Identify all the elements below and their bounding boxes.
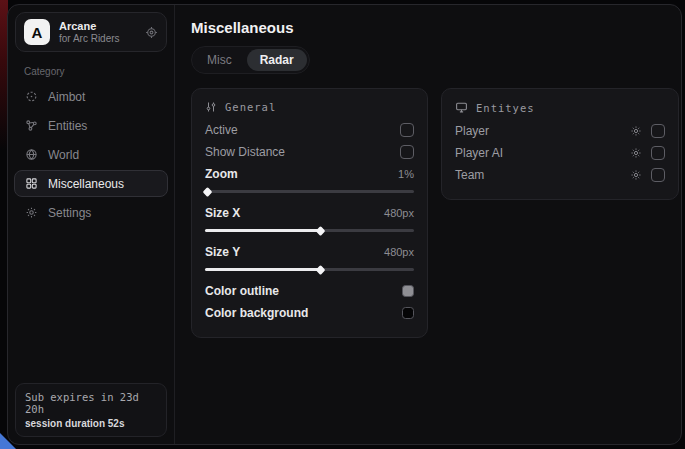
category-label: Category <box>8 56 174 83</box>
size-y-value: 480px <box>384 246 414 258</box>
zoom-slider-fill <box>205 190 207 193</box>
show-distance-row: Show Distance <box>205 141 414 163</box>
player-ai-checkbox[interactable] <box>651 146 665 160</box>
profile-card: A Arcane for Arc Riders <box>15 12 167 52</box>
sidebar-item-world[interactable]: World <box>14 141 168 168</box>
color-outline-label: Color outline <box>205 284 279 298</box>
sliders-icon <box>205 101 217 113</box>
size-y-slider-fill <box>205 268 320 271</box>
player-gear-icon[interactable] <box>630 125 642 137</box>
size-x-slider-thumb[interactable] <box>315 226 325 236</box>
player-ai-label: Player AI <box>455 146 503 160</box>
size-y-slider-thumb[interactable] <box>315 265 325 275</box>
size-y-row: Size Y 480px <box>205 241 414 263</box>
team-gear-icon[interactable] <box>630 169 642 181</box>
player-checkbox[interactable] <box>651 124 665 138</box>
general-panel-title: General <box>225 101 276 113</box>
color-background-row: Color background <box>205 302 414 324</box>
app-window: A Arcane for Arc Riders Category <box>7 4 682 445</box>
zoom-slider[interactable] <box>205 190 414 193</box>
show-distance-checkbox[interactable] <box>400 145 414 159</box>
gear-icon <box>25 206 38 219</box>
zoom-label: Zoom <box>205 167 238 181</box>
general-panel-header: General <box>205 101 414 113</box>
sidebar-item-miscellaneous[interactable]: Miscellaneous <box>14 170 168 197</box>
grid-icon <box>25 177 38 190</box>
tab-radar[interactable]: Radar <box>247 49 307 71</box>
brand-name: Arcane <box>59 20 136 33</box>
sidebar-item-settings[interactable]: Settings <box>14 199 168 226</box>
active-label: Active <box>205 123 238 137</box>
team-label: Team <box>455 168 484 182</box>
zoom-slider-thumb[interactable] <box>203 187 213 197</box>
sub-expiry-text: Sub expires in 23d 20h <box>25 391 157 415</box>
sidebar-item-entities[interactable]: Entities <box>14 112 168 139</box>
sidebar-item-label: Miscellaneous <box>48 177 124 191</box>
crosshair-icon <box>25 90 38 103</box>
app-logo: A <box>24 19 50 45</box>
color-background-swatch[interactable] <box>402 307 414 319</box>
entities-panel-title: Entityes <box>476 102 535 114</box>
main-content: Miscellaneous Misc Radar General Active <box>175 5 682 444</box>
size-x-slider-fill <box>205 229 320 232</box>
team-row: Team <box>455 164 665 186</box>
tab-misc[interactable]: Misc <box>194 49 245 71</box>
panels-row: General Active Show Distance Zoom 1% <box>191 88 679 338</box>
entities-panel: Entityes Player P <box>441 88 679 200</box>
globe-icon <box>25 148 38 161</box>
general-panel: General Active Show Distance Zoom 1% <box>191 88 428 338</box>
size-x-row: Size X 480px <box>205 202 414 224</box>
color-background-label: Color background <box>205 306 308 320</box>
settings-gear-icon[interactable] <box>145 26 158 39</box>
entities-panel-header: Entityes <box>455 101 665 114</box>
profile-meta: Arcane for Arc Riders <box>59 20 136 44</box>
player-ai-row: Player AI <box>455 142 665 164</box>
color-outline-swatch[interactable] <box>402 285 414 297</box>
zoom-row: Zoom 1% <box>205 163 414 185</box>
active-checkbox[interactable] <box>400 123 414 137</box>
sidebar-item-label: World <box>48 148 79 162</box>
session-duration-text: session duration 52s <box>25 418 157 429</box>
zoom-value: 1% <box>398 168 414 180</box>
brand-subtitle: for Arc Riders <box>59 33 136 45</box>
subscription-card: Sub expires in 23d 20h session duration … <box>15 383 167 437</box>
monitor-icon <box>455 101 468 114</box>
player-label: Player <box>455 124 489 138</box>
show-distance-label: Show Distance <box>205 145 285 159</box>
team-checkbox[interactable] <box>651 168 665 182</box>
player-ai-gear-icon[interactable] <box>630 147 642 159</box>
sidebar-item-label: Aimbot <box>48 90 85 104</box>
player-row: Player <box>455 120 665 142</box>
sidebar-item-label: Settings <box>48 206 91 220</box>
sidebar: A Arcane for Arc Riders Category <box>8 5 175 444</box>
size-x-slider[interactable] <box>205 229 414 232</box>
color-outline-row: Color outline <box>205 280 414 302</box>
size-x-label: Size X <box>205 206 240 220</box>
size-x-value: 480px <box>384 207 414 219</box>
size-y-slider[interactable] <box>205 268 414 271</box>
tab-bar: Misc Radar <box>191 46 310 74</box>
sidebar-nav: Aimbot Entities World <box>8 83 174 226</box>
sidebar-item-label: Entities <box>48 119 87 133</box>
page-title: Miscellaneous <box>191 19 679 36</box>
active-row: Active <box>205 119 414 141</box>
sidebar-item-aimbot[interactable]: Aimbot <box>14 83 168 110</box>
entities-icon <box>25 119 38 132</box>
size-y-label: Size Y <box>205 245 240 259</box>
